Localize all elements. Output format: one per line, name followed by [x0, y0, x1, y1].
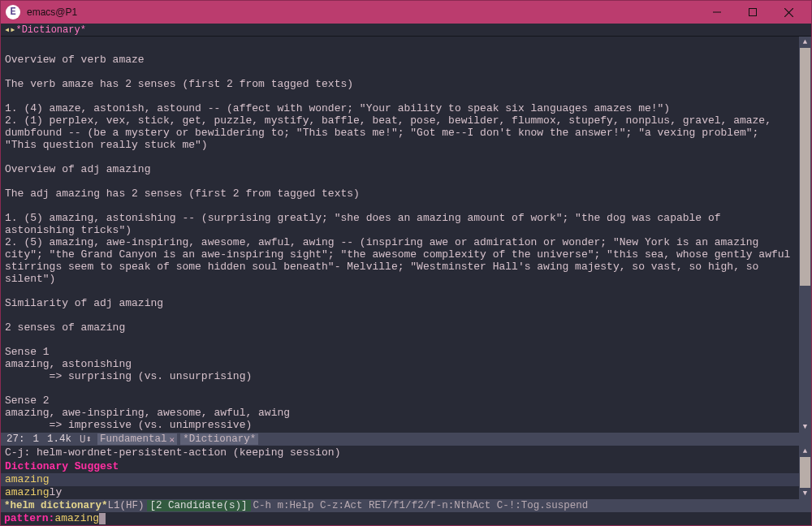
editor-area: Overview of verb amaze The verb amaze ha… [1, 37, 811, 433]
window-title: emacs@P1 [27, 6, 77, 18]
tab-marker-icon: ◂▸ [4, 24, 15, 36]
maximize-button[interactable] [735, 1, 771, 24]
helm-persistent-action-hint: C-j: helm-wordnet-persistent-action (kee… [1, 446, 799, 460]
close-button[interactable] [771, 1, 806, 24]
helm-rest: ly [50, 486, 63, 498]
helm-encoding: (HF) [120, 500, 145, 511]
helm-panel: C-j: helm-wordnet-persistent-action (kee… [1, 446, 811, 499]
maximize-icon [749, 8, 757, 16]
modeline-bufname-text: *Dictionary* [183, 433, 256, 445]
scroll-up-icon[interactable]: ▲ [799, 446, 811, 457]
helm-candidates-list: amazing amazingly [1, 473, 799, 499]
helm-candidate-count: [2 Candidate(s)] [147, 500, 251, 511]
modeline-helm: *helm dictionary* L1 (HF) [2 Candidate(s… [1, 499, 811, 511]
modeline-buffer-name[interactable]: *Dictionary* [180, 433, 258, 445]
dictionary-buffer[interactable]: Overview of verb amaze The verb amaze ha… [1, 37, 799, 433]
helm-match: amazing [5, 486, 50, 498]
window-titlebar[interactable]: E emacs@P1 [1, 1, 811, 24]
helm-candidate[interactable]: amazingly [1, 486, 799, 499]
modeline-main: 27: 1 1.4k U⬍ Fundamental ✕ *Dictionary* [1, 433, 811, 446]
helm-match: amazing [5, 473, 50, 485]
text-cursor [99, 513, 106, 524]
emacs-app-icon: E [6, 5, 20, 19]
close-icon [784, 8, 793, 17]
minibuffer[interactable]: pattern: amazing [1, 512, 811, 525]
modeline-line: 27: [2, 433, 29, 445]
scrollbar-thumb[interactable] [800, 48, 810, 286]
modeline-flag: U⬍ [76, 433, 96, 446]
mode-name: Fundamental [100, 433, 167, 445]
minimize-icon [713, 8, 721, 16]
main-scrollbar[interactable]: ▲ ▼ [799, 37, 811, 433]
mode-close-icon[interactable]: ✕ [170, 434, 175, 445]
minibuffer-input[interactable]: amazing [54, 512, 99, 524]
helm-buffer-name: *helm dictionary* [4, 500, 108, 511]
minibuffer-prompt: pattern: [4, 512, 54, 524]
scrollbar-thumb[interactable] [800, 457, 810, 488]
helm-position: L1 [108, 500, 120, 511]
modeline-col: 1 [29, 433, 44, 445]
buffer-tab-row: ◂▸ *Dictionary* [1, 24, 811, 37]
scroll-down-icon[interactable]: ▼ [799, 421, 811, 433]
buffer-tab-name[interactable]: *Dictionary* [15, 24, 85, 36]
helm-main: C-j: helm-wordnet-persistent-action (kee… [1, 446, 799, 499]
helm-candidate[interactable]: amazing [1, 473, 799, 486]
svg-rect-1 [749, 9, 757, 16]
scroll-down-icon[interactable]: ▼ [799, 488, 811, 499]
minimize-button[interactable] [699, 1, 735, 24]
scroll-up-icon[interactable]: ▲ [799, 37, 811, 48]
modeline-major-mode[interactable]: Fundamental ✕ [97, 433, 177, 445]
emacs-window: E emacs@P1 ◂▸ *Dictionary* Overview of v… [0, 0, 812, 526]
modeline-size: 1.4k [43, 433, 76, 445]
helm-keyhints: C-h m:Help C-z:Act RET/f1/f2/f-n:NthAct … [253, 500, 589, 511]
helm-scrollbar[interactable]: ▲ ▼ [799, 446, 811, 499]
helm-source-header: Dictionary Suggest [1, 460, 799, 473]
